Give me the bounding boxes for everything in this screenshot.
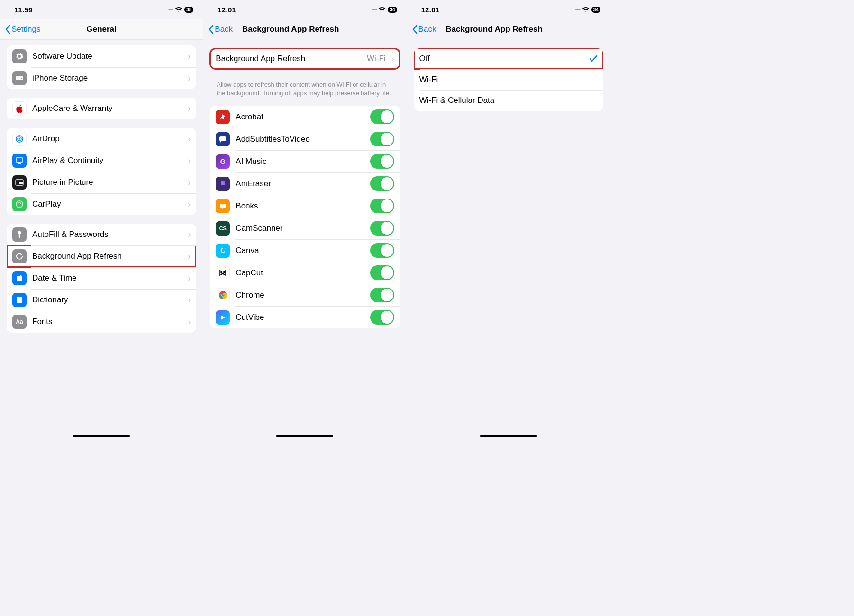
toggle-switch[interactable] <box>370 109 394 124</box>
svg-rect-10 <box>19 234 20 238</box>
row-label: Chrome <box>236 290 364 300</box>
svg-point-1 <box>21 78 22 79</box>
screen-general: 11:59 •••• 35 Settings General Software … <box>0 0 203 440</box>
status-right: •••• 34 <box>372 7 397 13</box>
option-off[interactable]: Off <box>414 48 603 69</box>
row-label: Software Update <box>32 52 182 61</box>
svg-rect-15 <box>18 297 18 303</box>
gear-icon <box>12 49 27 63</box>
chevron-right-icon: › <box>188 273 191 283</box>
subtitles-icon <box>216 132 230 146</box>
home-indicator[interactable] <box>480 435 537 437</box>
chevron-right-icon: › <box>188 252 191 262</box>
row-bar-master[interactable]: Background App Refresh Wi-Fi › <box>210 48 400 69</box>
option-wifi[interactable]: Wi-Fi <box>414 69 603 90</box>
back-button[interactable]: Back <box>412 25 436 34</box>
chevron-right-icon: › <box>188 295 191 305</box>
row-label: AI Music <box>236 157 364 166</box>
svg-rect-16 <box>219 136 226 141</box>
row-label: Acrobat <box>236 112 364 122</box>
toggle-switch[interactable] <box>370 265 394 280</box>
row-label: CarPlay <box>32 199 182 209</box>
row-fonts[interactable]: Aa Fonts › <box>7 311 196 333</box>
status-bar: 12:01 •••• 34 <box>203 0 406 19</box>
row-background-app-refresh[interactable]: Background App Refresh › <box>7 245 196 267</box>
row-label: AppleCare & Warranty <box>32 104 182 113</box>
books-icon <box>216 199 230 213</box>
row-label: Date & Time <box>32 273 182 283</box>
row-airdrop[interactable]: AirDrop › <box>7 128 196 150</box>
svg-point-8 <box>16 201 23 208</box>
svg-point-9 <box>18 231 21 235</box>
toggle-switch[interactable] <box>370 221 394 236</box>
toggle-switch[interactable] <box>370 154 394 169</box>
datetime-icon <box>12 271 27 285</box>
cutvibe-icon <box>216 310 230 325</box>
row-label: Wi-Fi & Cellular Data <box>419 96 598 105</box>
group-options: Off Wi-Fi Wi-Fi & Cellular Data <box>414 48 603 111</box>
row-dictionary[interactable]: Dictionary › <box>7 289 196 311</box>
back-button[interactable]: Back <box>208 25 233 34</box>
page-title: Background App Refresh <box>242 25 339 34</box>
svg-rect-17 <box>221 181 225 185</box>
wifi-icon <box>378 7 386 12</box>
row-app-books: Books <box>210 195 400 217</box>
row-date-time[interactable]: Date & Time › <box>7 267 196 289</box>
row-airplay[interactable]: AirPlay & Continuity › <box>7 150 196 172</box>
battery-icon: 34 <box>388 7 397 13</box>
footer-text: Allow apps to refresh their content when… <box>203 78 406 97</box>
svg-point-4 <box>19 138 20 140</box>
chevron-right-icon: › <box>188 230 191 240</box>
row-carplay[interactable]: CarPlay › <box>7 193 196 215</box>
status-time: 11:59 <box>14 6 32 14</box>
row-label: Background App Refresh <box>216 54 361 63</box>
row-app-acrobat: Acrobat <box>210 106 400 128</box>
canva-icon: C <box>216 244 230 258</box>
toggle-switch[interactable] <box>370 288 394 302</box>
toggle-switch[interactable] <box>370 176 394 191</box>
toggle-switch[interactable] <box>370 199 394 213</box>
row-label: Fonts <box>32 317 182 326</box>
status-time: 12:01 <box>421 6 439 14</box>
chevron-right-icon: › <box>188 317 191 327</box>
svg-rect-11 <box>17 276 22 281</box>
home-indicator[interactable] <box>276 435 333 437</box>
back-label: Settings <box>11 25 40 34</box>
toggle-switch[interactable] <box>370 243 394 258</box>
group-apps: Acrobat AddSubtitlesToVideo G AI Music A… <box>210 106 400 328</box>
row-value: Wi-Fi <box>367 54 386 63</box>
carplay-icon <box>12 197 27 211</box>
status-time: 12:01 <box>218 6 236 14</box>
toggle-switch[interactable] <box>370 310 394 325</box>
svg-point-22 <box>222 294 224 296</box>
row-iphone-storage[interactable]: iPhone Storage › <box>7 67 196 89</box>
screen-bar-list: 12:01 •••• 34 Back Background App Refres… <box>203 0 407 440</box>
svg-rect-7 <box>19 182 23 184</box>
row-applecare[interactable]: AppleCare & Warranty › <box>7 98 196 119</box>
battery-icon: 34 <box>591 7 600 13</box>
chevron-right-icon: › <box>188 52 191 62</box>
anieraser-icon <box>216 177 230 191</box>
battery-icon: 35 <box>184 7 193 13</box>
group-updates: Software Update › iPhone Storage › <box>7 45 196 89</box>
option-wifi-cellular[interactable]: Wi-Fi & Cellular Data <box>414 90 603 111</box>
storage-icon <box>12 71 27 85</box>
row-app-aimusic: G AI Music <box>210 150 400 172</box>
chevron-right-icon: › <box>188 134 191 144</box>
row-pip[interactable]: Picture in Picture › <box>7 172 196 193</box>
back-button[interactable]: Settings <box>5 25 40 34</box>
cellular-dots-icon: •••• <box>168 7 173 12</box>
row-software-update[interactable]: Software Update › <box>7 45 196 67</box>
apple-icon <box>12 101 27 116</box>
row-autofill[interactable]: AutoFill & Passwords › <box>7 224 196 245</box>
svg-rect-5 <box>16 158 23 162</box>
row-label: AutoFill & Passwords <box>32 230 182 239</box>
status-bar: 11:59 •••• 35 <box>0 0 203 19</box>
row-app-camscanner: CS CamScanner <box>210 217 400 239</box>
toggle-switch[interactable] <box>370 132 394 146</box>
row-label: AirPlay & Continuity <box>32 156 182 165</box>
row-label: CapCut <box>236 268 364 278</box>
home-indicator[interactable] <box>73 435 130 437</box>
fonts-icon: Aa <box>12 315 27 329</box>
status-right: •••• 34 <box>575 7 600 13</box>
